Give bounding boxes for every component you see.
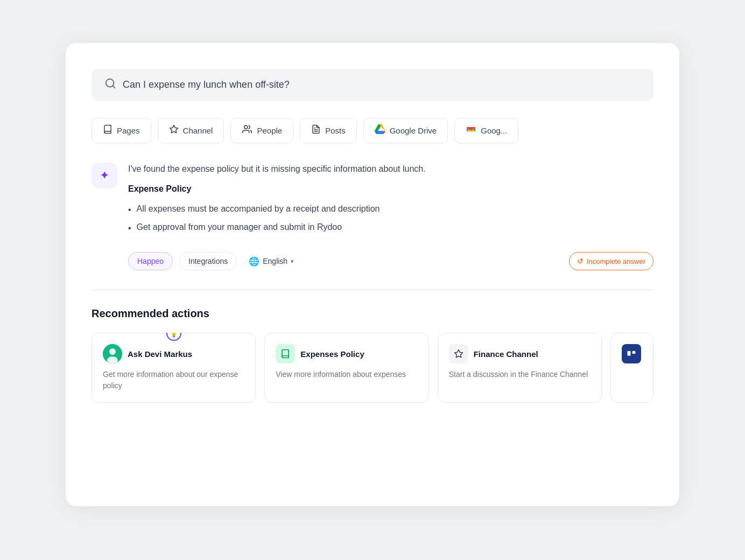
devi-name: Devi Markus: [145, 349, 192, 359]
globe-icon: 🌐: [249, 256, 259, 267]
source-tag-happeo[interactable]: Happeo: [128, 252, 173, 270]
source-row: Happeo Integrations 🌐 English ▾ ↺ Incomp…: [128, 252, 653, 270]
bullet-icon: •: [128, 204, 131, 216]
ai-policy-list: • All expenses must be accompanied by a …: [128, 200, 653, 237]
action-cards: 💡 Ask Devi Markus Get more inform: [92, 333, 653, 403]
card-title-finance: Finance Channel: [474, 349, 538, 359]
tab-google-drive[interactable]: Google Drive: [363, 118, 448, 143]
card-title-devi: Ask Devi Markus: [128, 349, 192, 359]
svg-point-3: [244, 125, 248, 129]
tab-channel[interactable]: Channel: [158, 118, 224, 143]
card-header-expenses: Expenses Policy: [276, 344, 417, 363]
incomplete-answer-badge[interactable]: ↺ Incomplete answer: [569, 252, 653, 270]
card-desc-finance: Start a discussion in the Finance Channe…: [449, 369, 591, 380]
svg-rect-10: [627, 351, 630, 356]
action-card-ask-devi[interactable]: 💡 Ask Devi Markus Get more inform: [92, 333, 256, 403]
language-label: English: [263, 257, 287, 265]
ai-intro-text: I've found the expense policy but it is …: [128, 163, 653, 176]
tab-gmail-label: Goog...: [481, 126, 507, 135]
card-title-expenses: Expenses Policy: [300, 349, 364, 359]
lightbulb-badge: 💡: [166, 333, 181, 341]
recommended-title: Recommended actions: [92, 307, 653, 320]
posts-icon: [311, 124, 321, 137]
ai-policy-title: Expense Policy: [128, 184, 653, 194]
ai-answer-block: ✦ I've found the expense policy but it i…: [92, 163, 653, 270]
finance-channel-icon: [449, 344, 468, 363]
svg-rect-11: [632, 351, 635, 354]
gmail-icon: [466, 125, 476, 136]
card-desc-devi: Get more information about our expense p…: [103, 369, 244, 391]
svg-marker-2: [170, 125, 178, 133]
svg-marker-9: [454, 350, 462, 358]
trello-icon: [622, 344, 641, 363]
bullet-icon-2: •: [128, 222, 131, 235]
language-selector[interactable]: 🌐 English ▾: [243, 253, 299, 270]
people-icon: [242, 124, 252, 137]
filter-tabs: Pages Channel People: [92, 118, 653, 143]
section-divider: [92, 290, 653, 290]
card-header-trello: [622, 344, 642, 363]
card-header-finance: Finance Channel: [449, 344, 591, 363]
tab-pages[interactable]: Pages: [92, 118, 151, 143]
action-card-expenses-policy[interactable]: Expenses Policy View more information ab…: [264, 333, 428, 403]
card-header-devi: Ask Devi Markus: [103, 344, 244, 363]
tab-posts-label: Posts: [325, 126, 346, 135]
avatar-devi-markus: [103, 344, 122, 363]
card-desc-expenses: View more information about expenses: [276, 369, 417, 380]
tab-people[interactable]: People: [230, 118, 293, 143]
channel-icon: [169, 124, 179, 137]
action-card-finance-channel[interactable]: Finance Channel Start a discussion in th…: [438, 333, 602, 403]
tab-gmail[interactable]: Goog...: [454, 118, 518, 143]
search-query-text: Can I expense my lunch when off-site?: [123, 79, 290, 90]
search-bar[interactable]: Can I expense my lunch when off-site?: [92, 69, 653, 101]
incomplete-label: Incomplete answer: [587, 257, 645, 265]
google-drive-icon: [375, 124, 385, 137]
pages-icon: [103, 124, 113, 137]
policy-item-2: • Get approval from your manager and sub…: [128, 219, 653, 237]
search-icon: [104, 78, 116, 92]
ai-avatar: ✦: [92, 163, 117, 188]
recommended-section: Recommended actions 💡 Ask Devi M: [92, 307, 653, 403]
tab-pages-label: Pages: [117, 126, 140, 135]
policy-item-1: • All expenses must be accompanied by a …: [128, 200, 653, 219]
source-tag-integrations[interactable]: Integrations: [179, 252, 237, 270]
ai-content: I've found the expense policy but it is …: [128, 163, 653, 270]
incomplete-icon: ↺: [577, 257, 584, 265]
tab-people-label: People: [257, 126, 282, 135]
tab-posts[interactable]: Posts: [300, 118, 357, 143]
chevron-down-icon: ▾: [291, 258, 294, 265]
svg-line-1: [113, 86, 115, 88]
expenses-policy-icon: [276, 344, 295, 363]
sparkle-icon: ✦: [100, 169, 109, 183]
tab-channel-label: Channel: [183, 126, 213, 135]
main-container: Can I expense my lunch when off-site? Pa…: [66, 43, 679, 506]
svg-point-7: [109, 348, 116, 355]
action-card-trello-partial[interactable]: [610, 333, 653, 403]
tab-google-drive-label: Google Drive: [390, 126, 437, 135]
